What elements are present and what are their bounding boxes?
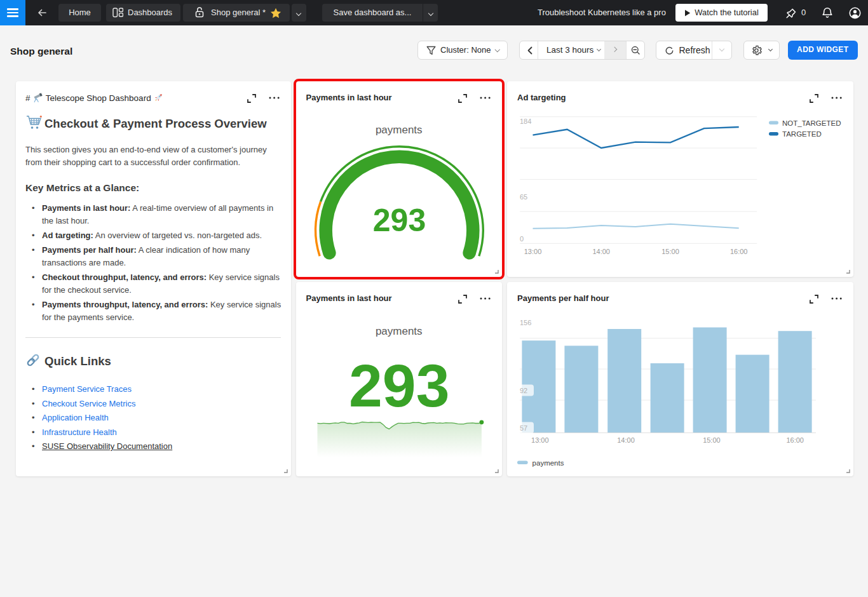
svg-text:156: 156 xyxy=(520,319,531,326)
svg-text:15:00: 15:00 xyxy=(661,248,679,255)
svg-text:57: 57 xyxy=(520,424,527,432)
svg-text:16:00: 16:00 xyxy=(730,248,748,255)
svg-text:15:00: 15:00 xyxy=(703,436,721,444)
svg-text:293: 293 xyxy=(348,352,449,419)
svg-text:65: 65 xyxy=(520,193,527,201)
svg-text:TARGETED: TARGETED xyxy=(782,130,822,138)
svg-text:92: 92 xyxy=(520,387,527,394)
svg-text:payments: payments xyxy=(532,459,564,467)
svg-text:293: 293 xyxy=(372,203,425,238)
svg-text:184: 184 xyxy=(520,117,531,125)
svg-text:0: 0 xyxy=(520,235,524,243)
svg-text:NOT_TARGETED: NOT_TARGETED xyxy=(782,119,841,127)
svg-text:13:00: 13:00 xyxy=(524,248,542,255)
svg-text:14:00: 14:00 xyxy=(592,248,610,255)
svg-text:16:00: 16:00 xyxy=(786,436,804,444)
svg-text:14:00: 14:00 xyxy=(617,436,635,444)
svg-text:13:00: 13:00 xyxy=(531,436,549,444)
